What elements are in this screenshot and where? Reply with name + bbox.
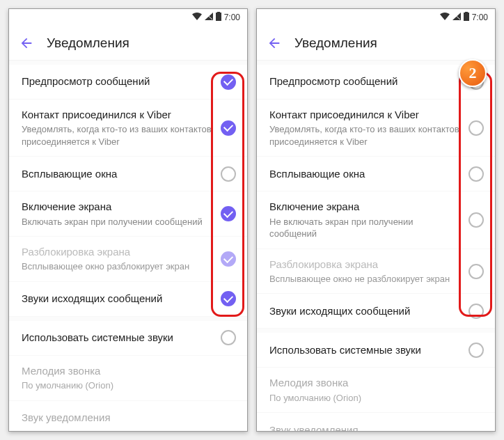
settings-row[interactable]: Разблокировка экранаВсплывающее окно не …	[257, 249, 495, 294]
radio-toggle[interactable]	[221, 251, 236, 267]
page-title: Уведомления	[294, 36, 377, 51]
radio-toggle[interactable]	[221, 120, 236, 136]
settings-row[interactable]: Звук уведомления	[9, 401, 247, 431]
row-title: Мелодия звонка	[22, 364, 228, 378]
phone-left: 7:00 Уведомления Предпросмотр сообщенийК…	[8, 8, 248, 432]
app-bar: Уведомления	[257, 26, 495, 61]
row-title: Звук уведомления	[269, 423, 475, 431]
settings-row[interactable]: Всплывающие окна	[257, 157, 495, 191]
radio-toggle[interactable]	[468, 120, 484, 136]
radio-toggle[interactable]	[468, 166, 484, 182]
signal-icon	[452, 13, 461, 22]
settings-row[interactable]: Мелодия звонкаПо умолчанию (Orion)	[9, 356, 247, 401]
row-title: Контакт присоединился к Viber	[22, 108, 212, 122]
settings-list: Предпросмотр сообщенийКонтакт присоедини…	[9, 61, 247, 431]
settings-row[interactable]: Предпросмотр сообщений	[9, 65, 247, 100]
row-title: Включение экрана	[269, 200, 460, 214]
row-title: Мелодия звонка	[269, 376, 475, 390]
radio-toggle[interactable]	[468, 343, 484, 358]
row-subtitle: Включать экран при получении сообщений	[22, 216, 212, 228]
row-subtitle: По умолчанию (Orion)	[22, 379, 228, 392]
row-title: Разблокировка экрана	[269, 258, 460, 272]
settings-row[interactable]: Использовать системные звуки	[257, 333, 495, 368]
radio-toggle[interactable]	[221, 166, 236, 182]
radio-toggle[interactable]	[468, 212, 484, 228]
signal-icon	[205, 13, 213, 22]
app-bar: Уведомления	[9, 26, 247, 61]
row-subtitle: Всплывающее окно разблокирует экран	[22, 260, 212, 273]
row-title: Всплывающие окна	[22, 167, 212, 181]
battery-icon	[464, 12, 469, 23]
row-subtitle: По умолчанию (Orion)	[269, 392, 475, 404]
svg-rect-5	[465, 12, 468, 13]
settings-row[interactable]: Звуки исходящих сообщений	[9, 282, 247, 317]
page-title: Уведомления	[47, 36, 129, 51]
status-bar: 7:00	[9, 9, 247, 26]
battery-icon	[216, 12, 221, 23]
row-title: Звуки исходящих сообщений	[269, 304, 460, 318]
settings-row[interactable]: Звуки исходящих сообщений	[257, 294, 495, 329]
settings-row[interactable]: Использовать системные звуки	[9, 321, 247, 356]
settings-row[interactable]: Включение экранаВключать экран при получ…	[9, 191, 247, 237]
wifi-icon	[192, 13, 202, 22]
row-title: Всплывающие окна	[269, 167, 460, 181]
row-title: Использовать системные звуки	[22, 331, 212, 345]
radio-toggle[interactable]	[468, 304, 484, 319]
svg-rect-2	[217, 12, 220, 13]
settings-row[interactable]: Звук уведомления	[257, 413, 495, 431]
settings-row[interactable]: Разблокировка экранаВсплывающее окно раз…	[9, 237, 247, 282]
row-title: Контакт присоединился к Viber	[269, 108, 460, 122]
row-title: Предпросмотр сообщений	[22, 74, 212, 88]
row-title: Звуки исходящих сообщений	[22, 292, 212, 306]
row-title: Включение экрана	[22, 200, 212, 214]
phone-right: 7:00 Уведомления Предпросмотр сообщенийК…	[256, 8, 496, 432]
settings-row[interactable]: Включение экранаНе включать экран при по…	[257, 191, 495, 249]
row-title: Звук уведомления	[22, 411, 228, 425]
status-time: 7:00	[224, 13, 240, 22]
status-bar: 7:00	[257, 9, 495, 26]
row-subtitle: Всплывающее окно не разблокирует экран	[269, 273, 460, 285]
back-icon[interactable]	[267, 36, 282, 51]
back-icon[interactable]	[19, 36, 34, 51]
settings-row[interactable]: Контакт присоединился к ViberУведомлять,…	[9, 100, 247, 157]
radio-toggle[interactable]	[221, 74, 236, 90]
status-time: 7:00	[472, 13, 488, 22]
radio-toggle[interactable]	[468, 264, 484, 279]
settings-row[interactable]: Мелодия звонкаПо умолчанию (Orion)	[257, 368, 495, 413]
wifi-icon	[440, 13, 450, 22]
row-subtitle: Уведомлять, когда кто-то из ваших контак…	[269, 123, 460, 148]
radio-toggle[interactable]	[221, 206, 236, 221]
radio-toggle[interactable]	[221, 330, 236, 345]
radio-toggle[interactable]	[221, 291, 236, 306]
row-subtitle: Не включать экран при получении сообщени…	[269, 216, 460, 240]
settings-list: Предпросмотр сообщенийКонтакт присоедини…	[257, 61, 495, 431]
svg-rect-1	[216, 13, 221, 21]
row-title: Разблокировка экрана	[22, 245, 212, 259]
settings-row[interactable]: Контакт присоединился к ViberУведомлять,…	[257, 100, 495, 157]
row-subtitle: Уведомлять, когда кто-то из ваших контак…	[22, 123, 212, 148]
svg-rect-4	[464, 13, 469, 21]
settings-row[interactable]: Всплывающие окна	[9, 157, 247, 191]
annotation-badge: 2	[459, 59, 487, 87]
row-title: Использовать системные звуки	[269, 343, 460, 357]
row-title: Предпросмотр сообщений	[269, 74, 460, 88]
